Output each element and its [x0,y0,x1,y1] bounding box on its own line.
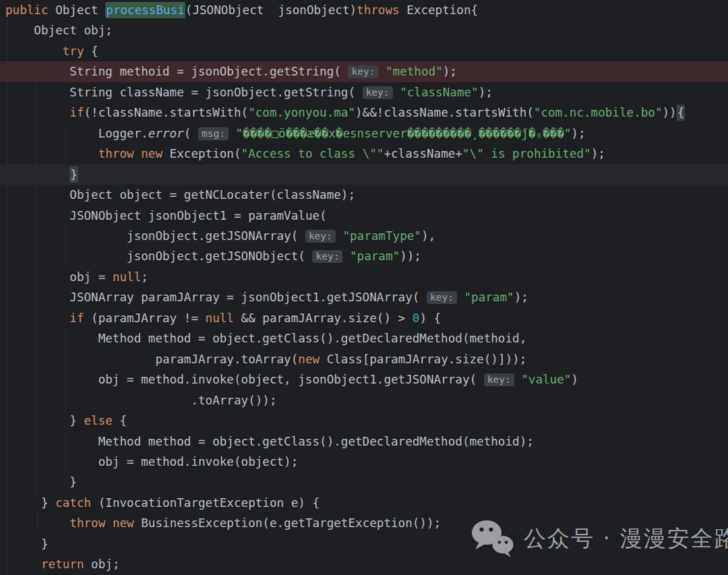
code-token [336,229,343,243]
code-line[interactable]: Method method = object.getClass().getDec… [0,431,728,452]
inlay-hint-chip: key: [484,373,514,386]
code-token: throw [69,516,105,530]
code-token: Method method = object.getClass().getDec… [98,435,534,448]
code-line[interactable]: } [0,164,728,185]
code-token: Exception( [162,147,241,160]
code-token: "Access to class \"" [241,147,384,160]
code-token: Method method = object.getClass().getDec… [98,332,527,345]
code-line[interactable]: } catch (InvocationTargetException e) { [0,493,728,513]
code-line[interactable]: obj = null; [0,267,728,287]
code-token: } [69,414,84,427]
code-line[interactable]: if(!className.startsWith("com.yonyou.ma"… [0,102,728,123]
code-line[interactable]: obj = method.invoke(object, jsonObject1.… [0,369,728,390]
code-line[interactable]: Object obj; [0,20,728,40]
code-token: return [41,557,84,571]
code-token: "\" is prohibited" [462,147,591,160]
code-token: { [113,414,127,427]
code-token: Class[paramJArray.size()])); [320,353,526,366]
code-line[interactable]: Object object = getNCLocater(className); [0,185,728,205]
code-token: )) [663,106,677,119]
code-token: ); [571,127,585,140]
watermark: 公众号 · 漫漫安全路 [471,518,728,559]
code-token: processBusi [105,2,185,18]
code-token: (paramJArray != [84,311,206,325]
code-token: "className" [400,86,479,99]
code-token: 0 [413,311,420,325]
code-token [105,516,113,530]
inlay-hint-chip: key: [312,250,342,263]
code-token: ) [571,373,578,386]
code-token: "method" [386,65,443,78]
code-token: new [113,516,134,530]
code-line[interactable]: String methoid = jsonObject.getString( k… [0,61,728,82]
code-token: obj = method.invoke(object); [98,455,299,468]
code-line[interactable]: try { [0,41,728,61]
code-token: (!className.startsWith( [84,106,249,119]
code-token: Object object = getNCLocater(className); [69,188,355,202]
code-line[interactable]: jsonObject.getJSONObject( key: "param"))… [0,246,728,266]
code-token: if [69,106,84,119]
code-token: ), [421,229,435,243]
code-token: ; [141,270,148,284]
code-token [378,65,386,78]
code-line[interactable]: Method method = object.getClass().getDec… [0,328,728,349]
code-token: (JSONObject jsonObject) [185,3,357,17]
code-token: jsonObject.getJSONArray( [127,229,305,243]
inlay-hint-chip: key: [363,86,393,99]
code-token: if [69,311,84,325]
code-token: JSONObject jsonObject1 = paramValue( [69,209,326,222]
code-token: ); [591,147,605,160]
code-token: "value" [521,373,571,386]
code-area[interactable]: public Object processBusi(JSONObject jso… [0,0,728,575]
code-token: "param" [350,249,400,263]
code-token: obj = method.invoke(object, jsonObject1.… [98,373,484,386]
code-token [457,291,464,304]
code-token: JSONArray paramJArray = jsonObject1.getJ… [69,291,427,304]
code-line[interactable]: JSONArray paramJArray = jsonObject1.getJ… [0,287,728,307]
code-token: "com.yonyou.ma" [248,106,355,119]
inlay-hint-chip: key: [348,65,378,78]
inlay-hint-chip: key: [305,230,336,243]
code-token: .toArray()); [191,394,276,407]
code-token: error [148,127,184,140]
code-token: jsonObject.getJSONObject( [127,249,312,263]
code-token [514,373,522,386]
code-token: ); [479,86,493,99]
code-line[interactable]: String className = jsonObject.getString(… [0,82,728,102]
code-token: public [5,3,49,17]
code-line[interactable]: } else { [0,411,728,431]
code-line[interactable]: throw new Exception("Access to class \""… [0,144,728,164]
code-token: ); [443,65,457,78]
code-token: obj = [69,270,113,284]
code-line[interactable]: jsonObject.getJSONArray( key: "paramType… [0,226,728,246]
code-token: Object obj; [34,24,113,37]
code-token: } [69,167,78,183]
code-token: else [84,414,113,427]
code-token: )&&!className.startsWith( [355,106,534,119]
code-token: String className = jsonObject.getString( [69,86,362,99]
code-token: BusinessException(e.getTargetException()… [134,516,441,530]
code-line[interactable]: JSONObject jsonObject1 = paramValue( [0,206,728,226]
code-token: try [63,44,84,58]
code-line[interactable]: public Object processBusi(JSONObject jso… [0,0,728,20]
code-token: } [69,475,77,489]
code-token: Object [49,3,106,17]
code-token: ( [184,127,198,140]
watermark-text: 公众号 · 漫漫安全路 [524,524,728,554]
inlay-hint-chip: key: [427,291,457,304]
code-token: "����□ö���æ��x�esnserver���������¸������… [236,127,572,140]
code-token: "paramType" [342,229,421,243]
code-line[interactable]: .toArray()); [0,390,728,411]
code-line[interactable]: if (paramJArray != null && paramJArray.s… [0,308,728,328]
inlay-hint-chip: msg: [198,127,229,140]
code-token [342,249,350,263]
code-token: } [41,496,55,510]
code-line[interactable]: paramJArray.toArray(new Class[paramJArra… [0,349,728,369]
code-line[interactable]: Logger.error( msg: "����□ö���æ��x�esnser… [0,123,728,144]
code-line[interactable]: obj = method.invoke(object); [0,452,728,472]
code-token: +className+ [384,147,462,160]
code-token [393,86,400,99]
code-line[interactable]: } [0,472,728,492]
code-token: (InvocationTargetException e) { [91,496,320,510]
code-token: throws [357,3,400,17]
